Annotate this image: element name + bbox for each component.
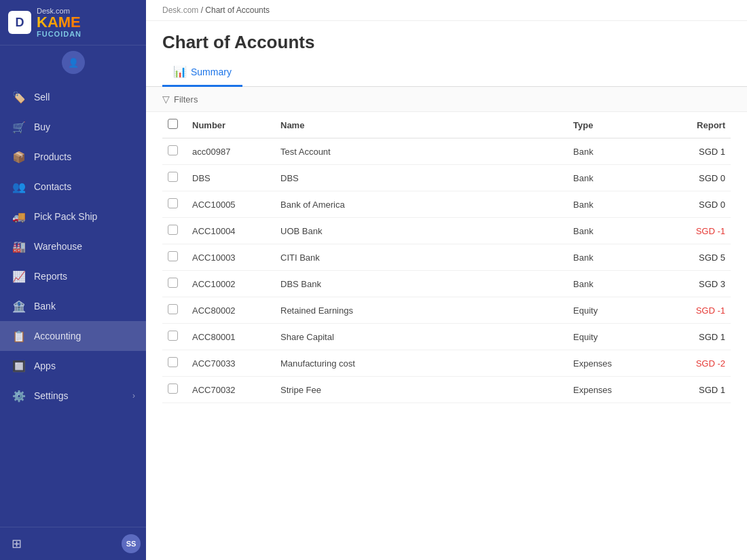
row-checkbox-7[interactable] [168, 331, 178, 341]
sidebar-label-warehouse: Warehouse [34, 241, 135, 252]
row-name-7: Share Capital [275, 324, 568, 350]
table-row: ACC70033 Manufacturing cost Expenses SGD… [162, 350, 731, 377]
row-number-6: ACC80002 [187, 297, 275, 324]
row-type-9: Expenses [568, 377, 649, 403]
tab-summary-icon: 📊 [173, 65, 187, 78]
table-row: ACC10003 CITI Bank Bank SGD 5 [162, 244, 731, 271]
table-row: ACC70032 Stripe Fee Expenses SGD 1 [162, 377, 731, 403]
sidebar-item-pick-pack-ship[interactable]: 🚚 Pick Pack Ship [0, 202, 146, 231]
row-checkbox-2[interactable] [168, 198, 178, 208]
row-name-5: DBS Bank [275, 271, 568, 297]
row-report-5: SGD 3 [649, 271, 731, 297]
accounts-table-wrap: Number Name Type Report acc00987 Test Ac… [146, 112, 747, 560]
user-avatar: 👤 [62, 51, 85, 74]
row-number-4: ACC10003 [187, 244, 275, 271]
table-row: ACC10002 DBS Bank Bank SGD 3 [162, 271, 731, 297]
filters-bar[interactable]: ▽ Filters [146, 87, 747, 112]
row-report-2: SGD 0 [649, 191, 731, 218]
accounts-table: Number Name Type Report acc00987 Test Ac… [162, 112, 731, 403]
row-check-5[interactable] [162, 271, 187, 297]
row-check-7[interactable] [162, 324, 187, 350]
sidebar-item-buy[interactable]: 🛒 Buy [0, 112, 146, 142]
tabs-bar: 📊 Summary [146, 58, 747, 87]
filters-label: Filters [174, 94, 198, 105]
row-check-3[interactable] [162, 218, 187, 244]
sidebar-item-contacts[interactable]: 👥 Contacts [0, 172, 146, 202]
row-number-0: acc00987 [187, 138, 275, 165]
row-name-2: Bank of America [275, 191, 568, 218]
row-check-9[interactable] [162, 377, 187, 403]
sidebar-item-accounting[interactable]: 📋 Accounting [0, 321, 146, 351]
sidebar-item-products[interactable]: 📦 Products [0, 142, 146, 172]
row-report-6: SGD -1 [649, 297, 731, 324]
sell-icon: 🏷️ [11, 89, 27, 105]
row-checkbox-6[interactable] [168, 304, 178, 314]
bank-icon: 🏦 [11, 298, 27, 314]
row-type-4: Bank [568, 244, 649, 271]
row-checkbox-4[interactable] [168, 251, 178, 261]
sidebar-label-buy: Buy [34, 122, 135, 132]
row-checkbox-1[interactable] [168, 172, 178, 182]
sidebar-item-settings[interactable]: ⚙️ Settings › [0, 381, 146, 411]
contacts-icon: 👥 [11, 179, 27, 195]
row-checkbox-5[interactable] [168, 278, 178, 288]
row-check-2[interactable] [162, 191, 187, 218]
grid-icon[interactable]: ⊞ [5, 533, 27, 555]
row-checkbox-3[interactable] [168, 225, 178, 235]
select-all-checkbox[interactable] [168, 119, 178, 129]
table-row: ACC10005 Bank of America Bank SGD 0 [162, 191, 731, 218]
table-row: ACC80002 Retained Earnings Equity SGD -1 [162, 297, 731, 324]
warehouse-icon: 🏭 [11, 238, 27, 255]
row-checkbox-8[interactable] [168, 357, 178, 367]
sidebar-label-sell: Sell [34, 92, 135, 102]
sidebar-item-sell[interactable]: 🏷️ Sell [0, 82, 146, 112]
sidebar-item-bank[interactable]: 🏦 Bank [0, 291, 146, 321]
row-report-9: SGD 1 [649, 377, 731, 403]
products-icon: 📦 [11, 149, 27, 165]
row-report-4: SGD 5 [649, 244, 731, 271]
row-check-0[interactable] [162, 138, 187, 165]
row-checkbox-9[interactable] [168, 384, 178, 394]
row-type-6: Equity [568, 297, 649, 324]
row-check-8[interactable] [162, 350, 187, 377]
sidebar-user[interactable]: 👤 [0, 45, 146, 79]
row-name-3: UOB Bank [275, 218, 568, 244]
row-type-7: Equity [568, 324, 649, 350]
sidebar-item-reports[interactable]: 📈 Reports [0, 261, 146, 291]
row-number-3: ACC10004 [187, 218, 275, 244]
row-name-8: Manufacturing cost [275, 350, 568, 377]
tab-summary[interactable]: 📊 Summary [162, 58, 242, 87]
header-name: Name [275, 112, 568, 138]
sidebar-label-contacts: Contacts [34, 181, 135, 192]
sidebar-item-apps[interactable]: 🔲 Apps [0, 351, 146, 381]
row-number-9: ACC70032 [187, 377, 275, 403]
table-row: ACC10004 UOB Bank Bank SGD -1 [162, 218, 731, 244]
header-check[interactable] [162, 112, 187, 138]
sidebar-nav: 🏷️ Sell 🛒 Buy 📦 Products 👥 Contacts 🚚 Pi… [0, 79, 146, 527]
row-check-6[interactable] [162, 297, 187, 324]
row-name-1: DBS [275, 165, 568, 191]
row-report-7: SGD 1 [649, 324, 731, 350]
header-type: Type [568, 112, 649, 138]
sidebar-item-warehouse[interactable]: 🏭 Warehouse [0, 231, 146, 261]
row-type-3: Bank [568, 218, 649, 244]
logo-kame: KAME [37, 15, 81, 30]
row-report-1: SGD 0 [649, 165, 731, 191]
row-check-1[interactable] [162, 165, 187, 191]
logo-icon: D [8, 11, 31, 34]
row-number-2: ACC10005 [187, 191, 275, 218]
breadcrumb-home[interactable]: Desk.com [162, 5, 198, 15]
row-type-1: Bank [568, 165, 649, 191]
sidebar-bottom: ⊞ SS [0, 527, 146, 560]
row-checkbox-0[interactable] [168, 145, 178, 155]
bottom-user-avatar[interactable]: SS [122, 534, 141, 553]
logo-fucoidan: FUCOIDAN [37, 30, 81, 38]
row-check-4[interactable] [162, 244, 187, 271]
buy-icon: 🛒 [11, 119, 27, 135]
row-type-5: Bank [568, 271, 649, 297]
table-row: ACC80001 Share Capital Equity SGD 1 [162, 324, 731, 350]
header-number: Number [187, 112, 275, 138]
sidebar-label-bank: Bank [34, 301, 135, 312]
settings-icon: ⚙️ [11, 388, 27, 404]
row-name-9: Stripe Fee [275, 377, 568, 403]
